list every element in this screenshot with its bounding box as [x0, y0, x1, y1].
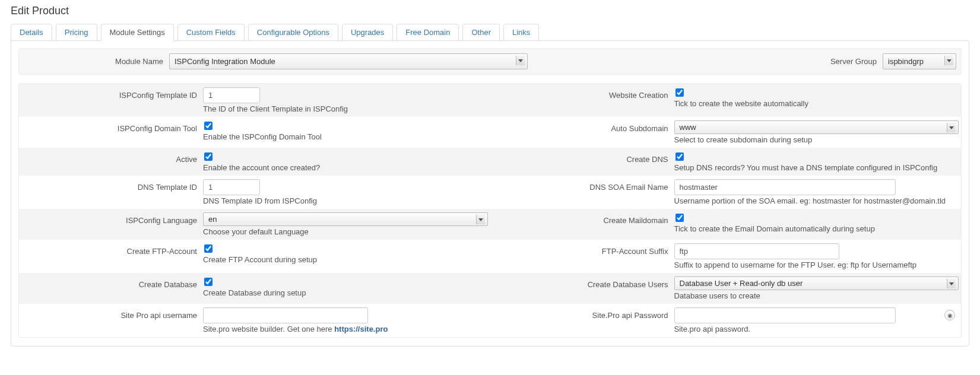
- server-group-label: Server Group: [746, 57, 883, 66]
- tab-bar: Details Pricing Module Settings Custom F…: [11, 23, 969, 40]
- chevron-down-icon: [949, 282, 954, 285]
- template-id-input[interactable]: [203, 87, 260, 103]
- create-db-users-value: Database User + Read-only db user: [680, 279, 803, 288]
- chevron-down-icon: [518, 59, 523, 62]
- website-creation-label: Website Creation: [490, 87, 674, 100]
- module-name-label: Module Name: [24, 57, 169, 66]
- tab-module-settings[interactable]: Module Settings: [101, 24, 174, 41]
- create-maildomain-label: Create Maildomain: [490, 212, 674, 225]
- top-bar: Module Name ISPConfig Integration Module…: [18, 48, 962, 75]
- create-db-users-label: Create Database Users: [490, 277, 674, 289]
- template-id-hint: The ID of the Client Template in ISPConf…: [203, 104, 488, 113]
- reveal-password-icon[interactable]: ◉: [944, 310, 955, 320]
- sitepro-user-hint: Site.pro website builder. Get one here h…: [203, 325, 488, 333]
- create-db-users-hint: Database users to create: [674, 291, 959, 300]
- create-db-users-select[interactable]: Database User + Read-only db user: [674, 277, 959, 290]
- tab-free-domain[interactable]: Free Domain: [397, 24, 459, 41]
- active-hint: Enable the account once created?: [203, 163, 488, 172]
- tab-details[interactable]: Details: [11, 24, 52, 41]
- auto-subdomain-hint: Select to create subdomain during setup: [674, 135, 959, 144]
- language-hint: Choose your default Language: [203, 227, 488, 236]
- ftp-suffix-input[interactable]: [674, 243, 839, 259]
- sitepro-pw-hint: Site.pro api password.: [674, 325, 959, 333]
- dns-soa-email-input[interactable]: [674, 179, 896, 195]
- create-db-hint: Create Database during setup: [203, 288, 488, 297]
- settings-grid: ISPConfig Template ID The ID of the Clie…: [18, 83, 962, 338]
- domain-tool-checkbox[interactable]: [204, 122, 213, 130]
- create-dns-label: Create DNS: [490, 151, 674, 164]
- create-ftp-checkbox[interactable]: [204, 244, 213, 253]
- dns-template-id-hint: DNS Template ID from ISPConfig: [203, 196, 488, 205]
- tab-custom-fields[interactable]: Custom Fields: [177, 24, 245, 41]
- page-title: Edit Product: [11, 5, 969, 17]
- auto-subdomain-select[interactable]: www: [674, 120, 959, 134]
- create-maildomain-checkbox[interactable]: [675, 214, 684, 222]
- sitepro-pw-label: Site.Pro api Password: [490, 307, 674, 320]
- module-settings-panel: Module Name ISPConfig Integration Module…: [11, 40, 969, 347]
- active-label: Active: [19, 151, 203, 164]
- chevron-down-icon: [949, 126, 954, 129]
- ftp-suffix-hint: Suffix to append to username for the FTP…: [674, 260, 959, 269]
- template-id-label: ISPConfig Template ID: [19, 87, 203, 100]
- sitepro-user-label: Site Pro api username: [19, 307, 203, 320]
- sitepro-user-input[interactable]: [203, 307, 368, 323]
- chevron-down-icon: [478, 218, 483, 221]
- module-name-value: ISPConfig Integration Module: [175, 57, 275, 66]
- language-value: en: [208, 215, 217, 224]
- dns-soa-email-label: DNS SOA Email Name: [490, 179, 674, 192]
- create-db-checkbox[interactable]: [204, 278, 213, 286]
- create-dns-checkbox[interactable]: [675, 152, 684, 161]
- ftp-suffix-label: FTP-Account Suffix: [490, 243, 674, 256]
- create-ftp-hint: Create FTP Account during setup: [203, 255, 488, 264]
- sitepro-user-hint-text: Site.pro website builder. Get one here: [203, 325, 334, 333]
- tab-upgrades[interactable]: Upgrades: [342, 24, 393, 41]
- dns-soa-email-hint: Username portion of the SOA email. eg: h…: [674, 196, 959, 205]
- server-group-value: ispbindgrp: [888, 57, 924, 66]
- create-dns-hint: Setup DNS records? You must have a DNS t…: [674, 163, 959, 172]
- tab-pricing[interactable]: Pricing: [56, 24, 97, 41]
- dns-template-id-label: DNS Template ID: [19, 179, 203, 192]
- domain-tool-hint: Enable the ISPConfig Domain Tool: [203, 132, 488, 141]
- tab-other[interactable]: Other: [462, 24, 500, 41]
- tab-configurable-options[interactable]: Configurable Options: [248, 24, 338, 41]
- website-creation-checkbox[interactable]: [675, 88, 684, 97]
- server-group-select[interactable]: ispbindgrp: [883, 53, 956, 69]
- module-name-select[interactable]: ISPConfig Integration Module: [169, 53, 528, 69]
- create-ftp-label: Create FTP-Account: [19, 243, 203, 256]
- auto-subdomain-label: Auto Subdomain: [490, 120, 674, 133]
- language-label: ISPConfig Language: [19, 212, 203, 225]
- active-checkbox[interactable]: [204, 152, 213, 161]
- sitepro-link[interactable]: https://site.pro: [334, 325, 388, 333]
- tab-links[interactable]: Links: [503, 24, 539, 41]
- chevron-down-icon: [947, 59, 952, 62]
- create-db-label: Create Database: [19, 277, 203, 289]
- sitepro-pw-input[interactable]: [674, 307, 896, 323]
- language-select[interactable]: en: [203, 212, 488, 226]
- domain-tool-label: ISPConfig Domain Tool: [19, 120, 203, 133]
- create-maildomain-hint: Tick to create the Email Domain automati…: [674, 224, 959, 233]
- dns-template-id-input[interactable]: [203, 179, 260, 195]
- auto-subdomain-value: www: [680, 123, 696, 132]
- website-creation-hint: Tick to create the website automatically: [674, 99, 959, 108]
